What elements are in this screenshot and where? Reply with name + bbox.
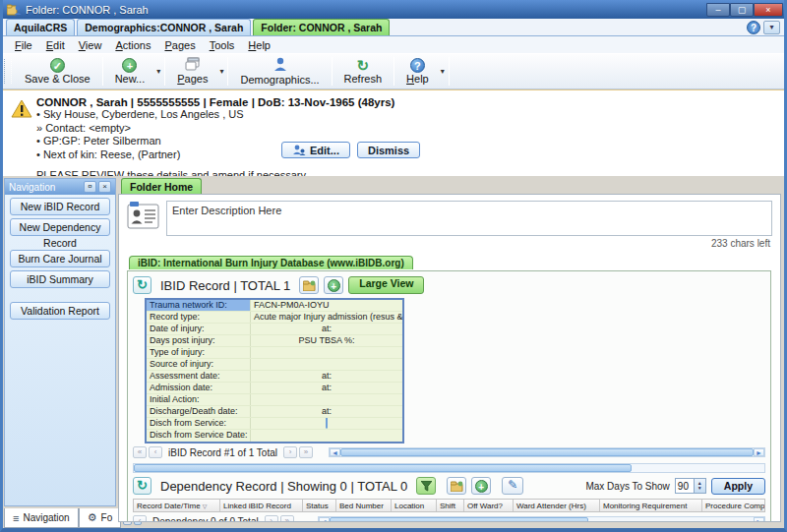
- record-field-row[interactable]: Source of injury:: [147, 359, 402, 371]
- column-header-bed-number[interactable]: Bed Number: [336, 500, 392, 511]
- dropdown-arrow-icon[interactable]: ▾: [441, 67, 449, 76]
- scroll-left-icon[interactable]: ◄: [319, 517, 330, 522]
- scrollbar-track[interactable]: [632, 464, 764, 472]
- stepper-arrows-icon[interactable]: ▲▼: [694, 479, 705, 493]
- last-page-icon[interactable]: »: [280, 515, 294, 522]
- toolbar-demographics-button[interactable]: Demographics...: [228, 54, 331, 89]
- sidebar-item-ibid-summary[interactable]: iBID Summary: [10, 270, 110, 288]
- minimize-button[interactable]: –: [706, 3, 730, 17]
- column-header-shift[interactable]: Shift: [437, 500, 464, 511]
- dependency-horizontal-scrollbar[interactable]: ◄ ►: [318, 516, 765, 522]
- close-button[interactable]: ×: [754, 3, 783, 17]
- menu-pages[interactable]: Pages: [157, 38, 202, 52]
- add-record-button[interactable]: +: [471, 477, 491, 495]
- bottom-tab-navigation[interactable]: ≡Navigation: [4, 508, 79, 528]
- column-header-location[interactable]: Location: [392, 500, 437, 511]
- record-field-row[interactable]: Disch from Service Date:: [147, 430, 402, 442]
- scroll-right-icon[interactable]: ►: [754, 517, 764, 522]
- next-page-icon[interactable]: ›: [283, 446, 297, 458]
- toolbar-pages-button[interactable]: Pages: [165, 54, 219, 89]
- record-field-row[interactable]: Days post injury:PSU TBSA %:: [147, 335, 402, 347]
- refresh-icon[interactable]: ↻: [133, 276, 151, 294]
- sidebar-item-validation-report[interactable]: Validation Report: [10, 302, 110, 320]
- next-page-icon[interactable]: ›: [265, 515, 278, 522]
- menu-actions[interactable]: Actions: [108, 38, 157, 52]
- record-field-row[interactable]: Trauma network ID:FACN-PM0A-IOYU: [147, 300, 402, 312]
- toolbar-new-button[interactable]: +New...: [103, 54, 157, 89]
- help-round-icon[interactable]: ?: [747, 21, 760, 34]
- edit-button[interactable]: Edit...: [281, 142, 350, 158]
- scrollbar-track[interactable]: [588, 517, 754, 522]
- app-tab[interactable]: Folder: CONNOR , Sarah: [253, 19, 390, 35]
- dismiss-button[interactable]: Dismiss: [357, 142, 420, 158]
- toolbar-saveclose-button[interactable]: ✓Save & Close: [13, 54, 102, 89]
- tab-overflow-chevron-icon[interactable]: ▾: [763, 21, 780, 34]
- toolbar-help-button[interactable]: ?Help: [394, 54, 441, 89]
- app-tab[interactable]: AquilaCRS: [6, 19, 75, 35]
- menu-view[interactable]: View: [72, 38, 109, 52]
- field-value: at:: [251, 383, 402, 393]
- disch-service-icon[interactable]: [326, 418, 328, 429]
- record-field-row[interactable]: Type of injury:: [147, 347, 402, 359]
- maximize-button[interactable]: ▢: [730, 3, 754, 17]
- prev-page-icon[interactable]: ‹: [133, 515, 147, 522]
- scrollbar-thumb[interactable]: [330, 517, 588, 522]
- column-header-procedure-complexity[interactable]: Procedure Complexity: [702, 500, 765, 511]
- prev-page-icon[interactable]: ‹: [149, 446, 162, 458]
- scroll-right-icon[interactable]: ►: [754, 448, 764, 456]
- toolbar-button-label: Demographics...: [240, 74, 319, 86]
- section-horizontal-scrollbar[interactable]: [133, 463, 765, 473]
- sidebar-item-new-ibid-record[interactable]: New iBID Record: [10, 198, 110, 215]
- close-panel-icon[interactable]: ×: [98, 181, 111, 193]
- sidebar-item-burn-care-journal[interactable]: Burn Care Journal: [10, 250, 110, 267]
- filter-button[interactable]: [416, 477, 436, 495]
- field-label: Assessment date:: [147, 371, 251, 382]
- record-field-row[interactable]: Date of injury:at:: [147, 324, 402, 335]
- tab-folder-home[interactable]: Folder Home: [121, 178, 202, 195]
- app-tab[interactable]: Demographics:CONNOR , Sarah: [77, 19, 251, 35]
- toolbar-grip[interactable]: [4, 59, 12, 84]
- large-view-button[interactable]: Large View: [348, 276, 424, 294]
- scrollbar-thumb[interactable]: [340, 448, 754, 456]
- record-field-row[interactable]: Initial Action:: [147, 394, 402, 406]
- scroll-left-icon[interactable]: ◄: [330, 448, 340, 456]
- description-input[interactable]: [166, 201, 772, 236]
- record-field-row[interactable]: Record type:Acute major Injury admission…: [147, 312, 402, 324]
- first-page-icon[interactable]: «: [133, 446, 147, 458]
- column-header-monitoring-requirement[interactable]: Monitoring Requirement: [600, 500, 702, 511]
- ibid-horizontal-scrollbar[interactable]: ◄ ►: [329, 447, 765, 457]
- column-header-ward-attender-hrs-[interactable]: Ward Attender (Hrs): [514, 500, 600, 511]
- chars-left-label: 233 chars left: [127, 236, 772, 253]
- record-field-row[interactable]: Disch from Service:: [147, 418, 402, 430]
- dependency-record-title: Dependency Record | Showing 0 | TOTAL 0: [160, 479, 407, 494]
- dropdown-arrow-icon[interactable]: ▾: [156, 67, 164, 76]
- max-days-stepper[interactable]: 90 ▲▼: [675, 478, 706, 494]
- ibid-record-card[interactable]: Trauma network ID:FACN-PM0A-IOYURecord t…: [145, 298, 404, 443]
- column-header-status[interactable]: Status: [303, 500, 336, 511]
- bottom-tab-fo[interactable]: ⚙Fo: [79, 508, 122, 528]
- record-field-row[interactable]: Admission date:at:: [147, 383, 402, 394]
- dropdown-arrow-icon[interactable]: ▾: [219, 67, 227, 76]
- open-folder-button[interactable]: [299, 276, 319, 294]
- column-header-record-date-time[interactable]: Record Date/Time▽: [134, 500, 220, 511]
- add-record-button[interactable]: +: [324, 276, 343, 294]
- menu-file[interactable]: File: [8, 38, 39, 52]
- last-page-icon[interactable]: »: [299, 446, 313, 458]
- scrollbar-thumb[interactable]: [134, 464, 632, 472]
- column-header-linked-ibid-record[interactable]: Linked iBID Record: [220, 500, 303, 511]
- menu-help[interactable]: Help: [241, 38, 277, 52]
- toolbar-refresh-button[interactable]: ↻Refresh: [333, 54, 394, 89]
- menu-edit[interactable]: Edit: [39, 38, 72, 52]
- record-field-row[interactable]: Assessment date:at:: [147, 371, 402, 383]
- sidebar-item-new-dependency-record[interactable]: New Dependency Record: [10, 218, 110, 236]
- apply-button[interactable]: Apply: [711, 478, 765, 495]
- open-folder-button[interactable]: [447, 477, 466, 495]
- max-days-value[interactable]: 90: [676, 479, 694, 493]
- menu-tools[interactable]: Tools: [203, 38, 242, 52]
- record-field-row[interactable]: Discharge/Death date:at:: [147, 406, 402, 418]
- pin-icon[interactable]: ¤: [84, 181, 96, 193]
- refresh-icon[interactable]: ↻: [133, 477, 151, 495]
- column-header-off-ward-[interactable]: Off Ward?: [464, 500, 514, 511]
- edit-pencil-icon[interactable]: ✎: [502, 477, 523, 495]
- ibid-database-tab[interactable]: iBID: International Burn Injury Database…: [129, 256, 413, 269]
